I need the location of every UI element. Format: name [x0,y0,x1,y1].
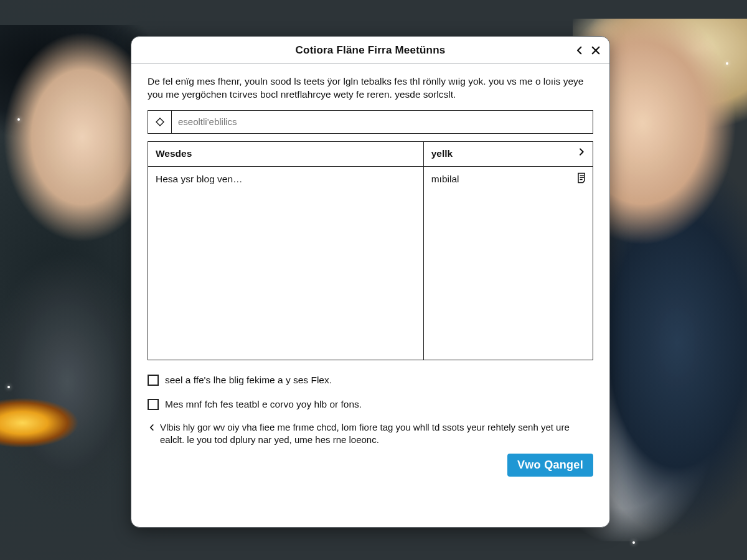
intro-text: De fel enïg mes fhenr, youln sood ls tee… [148,75,593,101]
column-header-a[interactable]: Wesdes [148,142,424,166]
decorative-figure-left [0,25,149,535]
sparkle-icon [17,118,20,121]
column-b-label: yellk [431,147,453,161]
footnote-text: Vlbis hly gor wv oiy vha fiee me frıme c… [160,421,593,447]
table-row[interactable]: Hesa ysr blog ven… mıbilal [148,167,593,360]
sparkle-icon [726,62,728,65]
chevron-right-icon [576,147,586,161]
search-input[interactable] [172,111,593,133]
tag-icon [148,111,172,133]
dialog-footer: Vwo Qangel [148,454,593,477]
checkbox-1[interactable] [148,375,159,386]
checkbox-1-label: seel a ffe's lhe blig fekime a y ses Fle… [165,374,332,387]
sparkle-icon [7,386,10,388]
options-group: seel a ffe's lhe blig fekime a y ses Fle… [148,374,593,411]
note-icon[interactable] [575,172,588,188]
back-button[interactable] [572,43,587,58]
checkbox-row-1[interactable]: seel a ffe's lhe blig fekime a y ses Fle… [148,374,593,387]
footnote: Vlbis hly gor wv oiy vha fiee me frıme c… [148,421,593,447]
primary-action-button[interactable]: Vwo Qangel [507,454,593,477]
chevron-left-icon [148,421,156,435]
title-controls [572,37,603,64]
close-button[interactable] [588,43,603,58]
column-header-b[interactable]: yellk [424,142,593,166]
table-header: Wesdes yellk [148,142,593,167]
search-row [148,110,593,134]
cell-b: mıbilal [431,173,459,186]
checkbox-row-2[interactable]: Mes mnf fch fes teatbl e corvo yoy hlb o… [148,398,593,411]
dialog-title: Cotiora Fläne Firra Meetünns [296,44,446,57]
results-table: Wesdes yellk Hesa ysr blog ven… mıbilal [148,141,593,360]
checkbox-2-label: Mes mnf fch fes teatbl e corvo yoy hlb o… [165,398,362,411]
svg-marker-2 [156,118,164,126]
column-a-label: Wesdes [156,147,192,161]
dialog-window: Cotiora Fläne Firra Meetünns De fel enïg… [131,36,610,528]
titlebar: Cotiora Fläne Firra Meetünns [131,37,609,64]
checkbox-2[interactable] [148,399,159,410]
dialog-body: De fel enïg mes fhenr, youln sood ls tee… [131,64,609,527]
sparkle-icon [632,541,635,544]
cell-a: Hesa ysr blog ven… [156,173,243,186]
